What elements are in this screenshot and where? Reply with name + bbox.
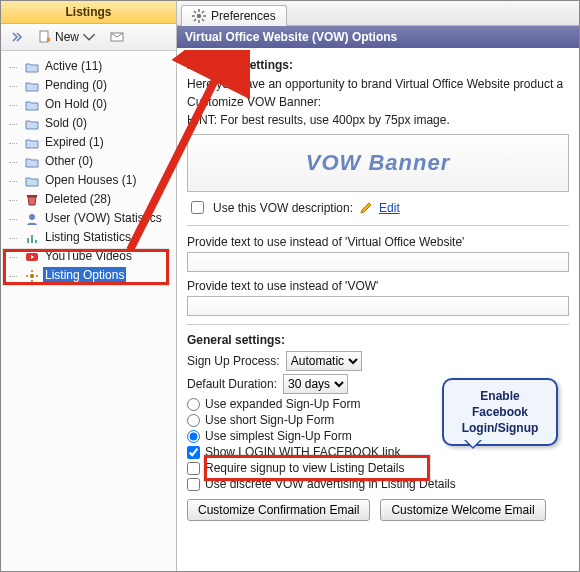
sidebar-item-label: Active (11): [43, 58, 104, 75]
use-description-label: Use this VOW description:: [213, 201, 353, 215]
sidebar-title: Listings: [1, 1, 176, 24]
dropdown-icon: [82, 30, 96, 44]
sidebar-item-3[interactable]: Sold (0): [3, 114, 174, 133]
callout-facebook: EnableFacebookLogin/Signup: [442, 378, 558, 446]
svg-line-18: [194, 11, 196, 13]
svg-rect-6: [35, 240, 37, 243]
sidebar-item-label: Open Houses (1): [43, 172, 138, 189]
sidebar-item-label: Pending (0): [43, 77, 109, 94]
svg-point-8: [30, 274, 34, 278]
svg-rect-0: [40, 31, 48, 42]
customize-welcome-button[interactable]: Customize Welcome Email: [380, 499, 545, 521]
edit-description-link[interactable]: Edit: [379, 201, 400, 215]
sidebar-item-label: Deleted (28): [43, 191, 113, 208]
divider: [187, 225, 569, 226]
sidebar-item-10[interactable]: YouTube Videos: [3, 247, 174, 266]
sidebar-item-4[interactable]: Expired (1): [3, 133, 174, 152]
duration-label: Default Duration:: [187, 377, 277, 391]
sidebar-item-1[interactable]: Pending (0): [3, 76, 174, 95]
svg-line-19: [202, 19, 204, 21]
folder-icon: [25, 79, 39, 93]
sidebar-item-label: Other (0): [43, 153, 95, 170]
alt-short-label: Provide text to use instead of 'VOW': [187, 278, 569, 294]
sidebar-item-7[interactable]: Deleted (28): [3, 190, 174, 209]
sidebar-item-label: Expired (1): [43, 134, 106, 151]
sidebar-item-label: YouTube Videos: [43, 248, 134, 265]
sidebar-item-label: Sold (0): [43, 115, 89, 132]
new-button[interactable]: New: [35, 29, 99, 45]
svg-rect-2: [27, 195, 37, 197]
sidebar-item-6[interactable]: Open Houses (1): [3, 171, 174, 190]
collapse-button[interactable]: [7, 29, 27, 45]
banner-hint: HINT: For best results, use 400px by 75p…: [187, 112, 569, 128]
sidebar-item-label: User (VOW) Statistics: [43, 210, 164, 227]
svg-rect-4: [27, 238, 29, 243]
sidebar-item-0[interactable]: Active (11): [3, 57, 174, 76]
duration-select[interactable]: 30 days: [283, 374, 348, 394]
tab-preferences[interactable]: Preferences: [181, 5, 287, 26]
main-panel: Preferences Virtual Office Website (VOW)…: [177, 1, 579, 571]
new-button-label: New: [55, 30, 79, 44]
banner-preview[interactable]: VOW Banner: [187, 134, 569, 192]
sidebar-item-8[interactable]: User (VOW) Statistics: [3, 209, 174, 228]
sidebar-tree: Active (11)Pending (0)On Hold (0)Sold (0…: [1, 51, 176, 571]
signup-label: Sign Up Process:: [187, 354, 280, 368]
checkbox-facebook[interactable]: Show LOGIN WITH FACEBOOK link: [187, 445, 569, 459]
customize-banner-label: Customize VOW Banner:: [187, 94, 569, 110]
checkbox-require-signup[interactable]: Require signup to view Listing Details: [187, 461, 569, 475]
mail-button[interactable]: [107, 29, 127, 45]
panel-body: Branding settings: Here you have an oppo…: [177, 48, 579, 529]
alt-full-input[interactable]: [187, 252, 569, 272]
folder-icon: [25, 136, 39, 150]
sidebar-item-2[interactable]: On Hold (0): [3, 95, 174, 114]
user-icon: [25, 212, 39, 226]
branding-intro: Here you have an opportunity to brand Vi…: [187, 76, 569, 92]
divider: [187, 324, 569, 325]
folder-icon: [25, 98, 39, 112]
folder-icon: [25, 155, 39, 169]
trash-icon: [25, 193, 39, 207]
svg-line-20: [202, 11, 204, 13]
folder-icon: [25, 117, 39, 131]
chevrons-icon: [10, 30, 24, 44]
tab-label: Preferences: [211, 9, 276, 23]
sidebar-item-label: Listing Statistics: [43, 229, 133, 246]
svg-rect-5: [31, 235, 33, 243]
tab-strip: Preferences: [177, 1, 579, 26]
gear-icon: [192, 9, 206, 23]
youtube-icon: [25, 250, 39, 264]
panel-title: Virtual Office Website (VOW) Options: [177, 26, 579, 48]
sidebar-item-11[interactable]: Listing Options: [3, 266, 174, 285]
alt-short-input[interactable]: [187, 296, 569, 316]
checkbox-discrete-ad[interactable]: Use discrete VOW advertising in Listing …: [187, 477, 569, 491]
svg-point-3: [29, 214, 35, 220]
folder-icon: [25, 174, 39, 188]
sidebar-item-label: Listing Options: [43, 267, 126, 284]
sidebar-item-9[interactable]: Listing Statistics: [3, 228, 174, 247]
svg-point-13: [197, 14, 201, 18]
pencil-icon: [359, 201, 373, 215]
use-description-checkbox[interactable]: [191, 201, 204, 214]
mail-icon: [110, 30, 124, 44]
general-header: General settings:: [187, 333, 569, 347]
gear-icon: [25, 269, 39, 283]
sidebar-toolbar: New: [1, 24, 176, 51]
sidebar-item-label: On Hold (0): [43, 96, 109, 113]
signup-select[interactable]: Automatic: [286, 351, 362, 371]
new-doc-icon: [38, 30, 52, 44]
customize-confirmation-button[interactable]: Customize Confirmation Email: [187, 499, 370, 521]
branding-header: Branding settings:: [187, 58, 569, 72]
alt-full-label: Provide text to use instead of 'Virtual …: [187, 234, 569, 250]
svg-line-21: [194, 19, 196, 21]
stats-icon: [25, 231, 39, 245]
folder-icon: [25, 60, 39, 74]
sidebar-item-5[interactable]: Other (0): [3, 152, 174, 171]
sidebar: Listings New Active (11)Pending (0)On Ho…: [1, 1, 177, 571]
